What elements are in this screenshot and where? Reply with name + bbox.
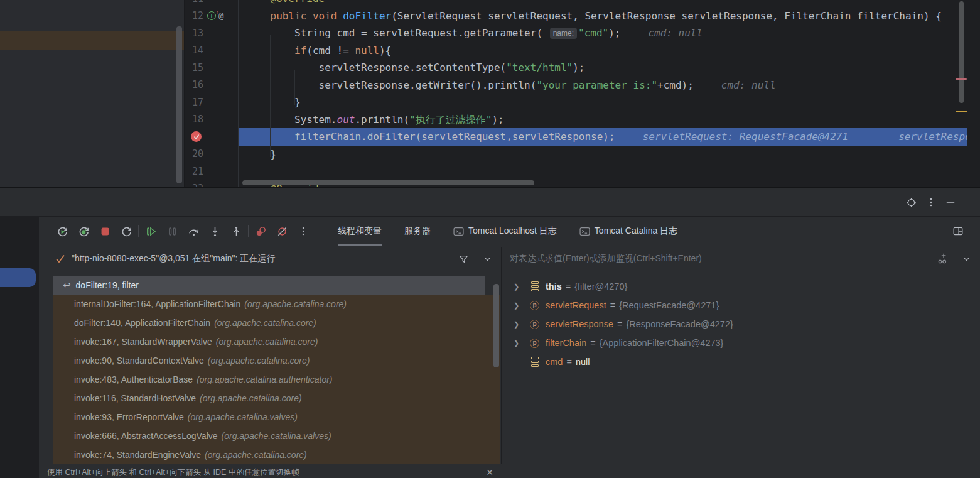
frame-row[interactable]: invoke:116, StandardHostValve(org.apache…: [53, 389, 500, 408]
console-icon: [453, 227, 464, 236]
pause-button[interactable]: [165, 224, 179, 238]
error-stripe-mark-pink[interactable]: [956, 78, 967, 80]
code-segment: if: [294, 42, 306, 60]
indent-guide: [270, 35, 271, 157]
filter-frames-icon[interactable]: [458, 254, 469, 264]
stop-button[interactable]: [98, 224, 112, 238]
debug-stripe-button[interactable]: [0, 268, 36, 287]
mute-breakpoints-button[interactable]: [275, 224, 289, 238]
add-watch-icon[interactable]: [937, 253, 949, 264]
console-icon: [579, 227, 590, 236]
line-number: 21: [188, 166, 203, 177]
expand-chevron-icon[interactable]: ❯: [514, 301, 525, 310]
rerun-debug-button[interactable]: [77, 224, 90, 238]
equals-sign: =: [566, 281, 571, 291]
frame-row[interactable]: invoke:167, StandardWrapperValve(org.apa…: [53, 332, 500, 351]
rerun-button[interactable]: [55, 224, 69, 238]
frame-method: doFilter:19, filter: [76, 280, 139, 290]
tab-label: Tomcat Catalina 日志: [595, 225, 677, 237]
gutter[interactable]: 17: [185, 94, 238, 111]
tab-tomcat-localhost-log[interactable]: Tomcat Localhost 日志: [453, 217, 557, 246]
variable-value: {ResponseFacade@4272}: [626, 319, 733, 329]
frame-row[interactable]: invoke:90, StandardContextValve(org.apac…: [53, 351, 500, 370]
thread-selector[interactable]: "http-nio-8080-exec-5"@3,051 在组"main": 正…: [39, 247, 501, 271]
gutter[interactable]: 11: [185, 0, 238, 8]
variable-row[interactable]: ❯this={filter@4270}: [502, 277, 980, 296]
resume-button[interactable]: [144, 224, 158, 238]
gutter[interactable]: 21: [185, 163, 238, 180]
variable-name: filterChain: [546, 338, 586, 348]
thread-status-check-icon: [55, 254, 65, 263]
tab-threads-variables[interactable]: 线程和变量: [338, 217, 382, 246]
code-segment: (cmd !=: [306, 42, 355, 60]
frame-row[interactable]: ↩doFilter:19, filter: [53, 276, 485, 295]
gutter[interactable]: [185, 128, 238, 146]
gutter[interactable]: 15: [185, 59, 238, 77]
code-text: filterChain.doFilter(servletRequest,serv…: [238, 128, 967, 146]
code-text: if(cmd != null){: [238, 42, 967, 60]
parameter-name-hint: name:: [550, 28, 577, 39]
code-text: }: [238, 146, 967, 163]
editor-horizontal-scrollbar[interactable]: [242, 180, 534, 185]
evaluate-expression-input[interactable]: 对表达式求值(Enter)或添加监视(Ctrl+Shift+Enter): [510, 253, 937, 264]
more-options-icon[interactable]: [925, 196, 937, 209]
annotation-icon[interactable]: @: [218, 11, 223, 21]
gutter[interactable]: 16: [185, 77, 238, 94]
tool-window-stripe: [0, 217, 39, 478]
expand-chevron-icon[interactable]: ❯: [514, 283, 525, 291]
frame-row[interactable]: invoke:666, AbstractAccessLogValve(org.a…: [53, 426, 500, 445]
expand-chevron-icon[interactable]: ❯: [514, 320, 525, 329]
gutter[interactable]: 20: [185, 146, 238, 163]
frame-row[interactable]: invoke:74, StandardEngineValve(org.apach…: [53, 445, 500, 464]
code-editor[interactable]: 11 @Override12I↑@ public void doFilter(S…: [185, 0, 980, 187]
frame-row[interactable]: internalDoFilter:164, ApplicationFilterC…: [53, 295, 500, 313]
step-over-button[interactable]: [186, 224, 200, 238]
error-stripe-mark-yellow[interactable]: [956, 111, 967, 112]
minimize-icon[interactable]: [943, 196, 958, 209]
tab-tomcat-catalina-log[interactable]: Tomcat Catalina 日志: [579, 217, 677, 246]
variable-row[interactable]: ❯pservletRequest={RequestFacade@4271}: [502, 296, 980, 315]
refresh-button[interactable]: [119, 224, 133, 238]
target-icon[interactable]: [905, 196, 917, 209]
variable-value: {ApplicationFilterChain@4273}: [600, 338, 724, 348]
expand-chevron-icon[interactable]: ❯: [514, 339, 525, 347]
frame-row[interactable]: invoke:483, AuthenticatorBase(org.apache…: [53, 370, 500, 389]
variable-row[interactable]: cmd=null: [502, 352, 980, 371]
layout-settings-icon[interactable]: [951, 224, 965, 238]
chevron-down-icon[interactable]: [483, 254, 492, 264]
code-lines: 11 @Override12I↑@ public void doFilter(S…: [185, 0, 967, 187]
frame-method: doFilter:140, ApplicationFilterChain: [74, 318, 210, 328]
line-number: 13: [188, 28, 203, 39]
step-out-button[interactable]: [229, 224, 243, 238]
breakpoint-icon[interactable]: [191, 131, 202, 142]
line-number: 22: [188, 183, 203, 187]
frame-method: invoke:93, ErrorReportValve: [74, 412, 184, 422]
code-text: public void doFilter(ServletRequest serv…: [238, 8, 967, 25]
implementing-method-icon[interactable]: I↑: [207, 11, 216, 20]
frame-row[interactable]: invoke:93, ErrorReportValve(org.apache.c…: [53, 408, 500, 426]
more-actions-icon[interactable]: [296, 224, 310, 238]
variable-row[interactable]: ❯pfilterChain={ApplicationFilterChain@42…: [502, 334, 980, 352]
view-breakpoints-button[interactable]: [254, 224, 267, 238]
step-into-button[interactable]: [208, 224, 222, 238]
parameter-icon: p: [530, 339, 540, 348]
side-panel-scrollbar[interactable]: [176, 26, 182, 183]
frame-method: invoke:483, AuthenticatorBase: [74, 374, 193, 384]
close-hint-icon[interactable]: ✕: [486, 467, 493, 477]
editor-vertical-scrollbar[interactable]: [959, 1, 964, 103]
gutter[interactable]: 12I↑@: [185, 8, 238, 25]
gutter[interactable]: 13: [185, 24, 238, 42]
chevron-down-icon[interactable]: [962, 254, 971, 264]
frame-package: (org.apache.catalina.core): [216, 337, 318, 347]
gutter[interactable]: 18: [185, 111, 238, 129]
tab-server[interactable]: 服务器: [404, 217, 431, 246]
code-segment: [246, 8, 271, 25]
inline-debugger-value: cmd: null: [648, 24, 703, 42]
frames-scrollbar[interactable]: [493, 284, 499, 367]
frame-row[interactable]: doFilter:140, ApplicationFilterChain(org…: [53, 313, 500, 332]
side-panel-highlight-row[interactable]: [0, 31, 184, 50]
code-segment: "your parameter is:": [536, 77, 657, 94]
gutter[interactable]: 22: [185, 180, 238, 188]
variable-row[interactable]: ❯pservletResponse={ResponseFacade@4272}: [502, 315, 980, 334]
gutter[interactable]: 14: [185, 42, 238, 60]
